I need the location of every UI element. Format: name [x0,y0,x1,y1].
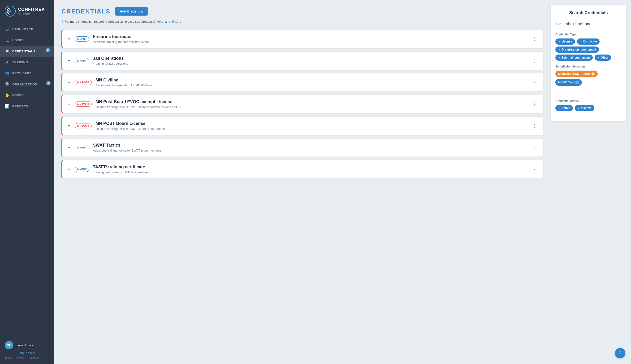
dashboard-icon: ⊞ [5,27,10,32]
chevron-down-icon[interactable]: ▾ [67,123,71,129]
force-label: FORCE [12,94,24,97]
sidebar-item-training[interactable]: ★ TRAINING [0,57,54,68]
filter-tag-external_requirement[interactable]: ✓ External requirement [555,54,593,61]
organization-label: ORGANIZATION [12,82,37,86]
status-label: Credential Status [555,100,621,103]
jurisdiction-tags: Minnesota POST Board×MN PD Test× [555,70,621,86]
chevron-down-icon[interactable]: ▾ [67,58,71,64]
terms-link[interactable]: Terms [5,356,12,360]
footer-dot2: · [27,356,28,360]
credentials-list: ▾ MNPDT Firearms Instructor Additional t… [61,30,544,179]
search-input-wrap: × [555,20,621,28]
sidebar-item-force[interactable]: ✋ FORCE [0,90,54,101]
remove-jurisdiction-button[interactable]: × [591,72,595,76]
panel-title: Search Credentials [555,10,621,15]
search-input[interactable] [555,20,621,28]
credential-tag: MNPDT [75,145,89,150]
user-org: MN PD Test [5,351,50,354]
users-label: USERS [12,38,23,42]
check-icon: ✓ [597,56,599,59]
more-options-button[interactable]: ⋮ [530,144,538,151]
credential-name: MN POST Board License [95,121,527,126]
sidebar-item-users[interactable]: ☰ USERS [0,35,54,46]
credential-tag: MNPDT [75,36,89,42]
sidebar: CONFITREK /// blue ⊞ DASHBOARD ☰ USERS 🖥… [0,0,54,364]
logo-name: CONFITREK [18,7,45,12]
filter-tag-org_requirement[interactable]: ✓ Organization requirement [555,46,599,53]
more-options-button[interactable]: ⋮ [530,100,538,108]
status-tag-active[interactable]: ✓ Active [555,105,573,111]
updates-link[interactable]: Updates [29,356,39,360]
privacy-link[interactable]: Privacy [16,356,25,360]
credential-type-label: Credential Type [555,33,621,36]
info-bar: ℹ For more information regarding Credent… [61,19,544,24]
page-header: CREDENTIALS Add Credential [61,7,544,16]
check-icon: ✓ [558,107,560,110]
add-credential-button[interactable]: Add Credential [115,7,148,16]
more-options-button[interactable]: ⋮ [530,166,538,173]
sidebar-item-organization[interactable]: 🏛 ORGANIZATION ! [0,79,54,90]
jurisdiction-label: Jurisdiction Selection [555,65,621,68]
credential-name: MN Post Board EVOC exempt License [95,100,527,104]
credential-description: Advanced training topics for SWAT team m… [93,149,527,152]
avatar: MG [5,341,13,349]
credential-card: ▾ MNPDT TASER training certificate Train… [61,160,544,179]
credential-info: Firearms Instructor Additional training … [93,34,527,44]
sidebar-item-providers[interactable]: 👥 PROVIDERS [0,68,54,79]
organization-icon: 🏛 [5,82,10,86]
credential-info: MN Civilian Requirement aggregation for … [95,78,527,87]
more-options-button[interactable]: ⋮ [530,122,538,129]
sidebar-logo: CONFITREK /// blue [0,0,54,21]
info-icon: ℹ [61,19,63,24]
credential-card: ▾ MN POST MN Civilian Requirement aggreg… [61,73,544,92]
search-clear-icon[interactable]: × [618,22,620,26]
jurisdiction-label: MN PD Test [558,81,574,84]
credential-description: License tracking for MN POST Board requi… [95,105,527,109]
training-label: TRAINING [12,60,28,64]
force-icon: ✋ [5,93,10,98]
sidebar-collapse-btn[interactable]: « [48,356,50,360]
confitrek-logo-icon [5,6,16,16]
providers-label: PROVIDERS [12,72,32,75]
more-options-button[interactable]: ⋮ [530,36,538,42]
chevron-down-icon[interactable]: ▾ [67,166,71,172]
sidebar-item-reports[interactable]: 📊 REPORTS [0,101,54,112]
providers-icon: 👥 [5,71,10,76]
right-panel: Search Credentials × Credential Type ✓ L… [551,5,626,121]
faq-link[interactable]: FAQ [172,20,178,23]
status-tag-inactive[interactable]: ✓ Inactive [575,105,594,111]
credential-tag: MN POST [75,80,92,85]
chevron-down-icon[interactable]: ▾ [67,36,71,42]
sidebar-item-credentials[interactable]: 🖥 CREDENTIALS ! [0,46,54,57]
jurisdiction-tag-mn_pd: MN PD Test× [555,79,582,86]
chevron-down-icon[interactable]: ▾ [67,101,71,108]
credential-type-section: Credential Type ✓ License✓ Certificate✓ … [555,33,621,61]
more-options-button[interactable]: ⋮ [530,57,538,64]
remove-jurisdiction-button[interactable]: × [575,80,579,84]
footer-dot1: · [14,356,15,360]
page-title: CREDENTIALS [61,8,110,15]
credentials-icon: 🖥 [5,49,10,53]
sidebar-item-dashboard[interactable]: ⊞ DASHBOARD [0,24,54,35]
credential-card: ▾ MNPDT Firearms Instructor Additional t… [61,30,544,48]
user-info: MG gaylord,mark [5,341,50,349]
credential-name: TASER training certificate [93,164,527,170]
check-icon: ✓ [558,48,560,51]
help-button[interactable]: ? [615,348,625,358]
more-options-button[interactable]: ⋮ [530,79,538,86]
chevron-down-icon[interactable]: ▾ [67,79,71,86]
help-link[interactable]: Help [157,20,163,23]
credential-name: Jail Operations [93,56,527,61]
chevron-down-icon[interactable]: ▾ [67,144,71,151]
filter-tag-certificate[interactable]: ✓ Certificate [577,38,600,44]
credential-tag: MNPDT [75,167,89,172]
reports-label: REPORTS [12,104,28,108]
filter-tag-license[interactable]: ✓ License [555,38,575,44]
user-name: gaylord,mark [16,344,33,347]
filter-tag-other[interactable]: ✓ Other [595,54,611,61]
reports-icon: 📊 [5,104,10,108]
credential-name: Firearms Instructor [93,34,527,39]
credential-info: TASER training certificate Training cert… [93,164,527,174]
credential-info: MN Post Board EVOC exempt License Licens… [95,100,527,109]
jurisdiction-input[interactable] [555,88,621,95]
